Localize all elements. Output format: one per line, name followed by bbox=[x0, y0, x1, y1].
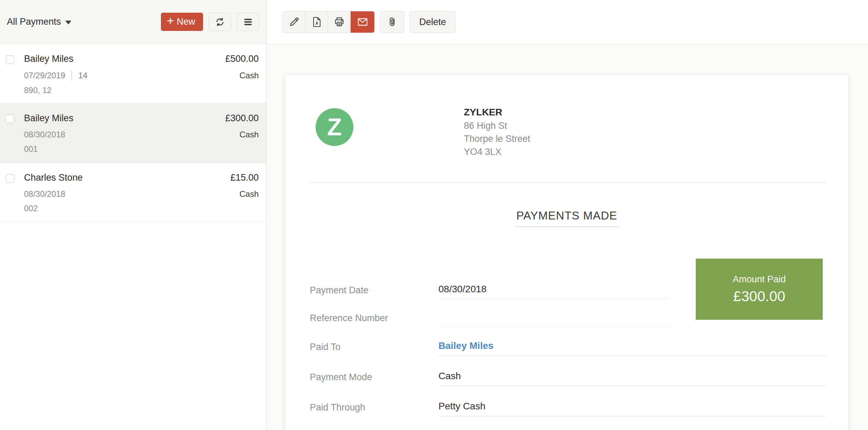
company-address-line: Thorpe le Street bbox=[464, 132, 530, 145]
pdf-icon bbox=[310, 16, 323, 28]
field-value: 08/30/2018 bbox=[438, 280, 670, 299]
payee-name: Bailey Miles bbox=[24, 113, 73, 124]
delete-button[interactable]: Delete bbox=[410, 11, 456, 33]
document-title-wrap: PAYMENTS MADE bbox=[285, 209, 848, 227]
row-line-2: 08/30/2018 Cash bbox=[24, 189, 259, 199]
payment-date: 08/30/2018 bbox=[24, 189, 65, 199]
list-header: All Payments + New bbox=[0, 0, 266, 44]
payment-reference: 002 bbox=[24, 204, 259, 213]
delete-button-label: Delete bbox=[419, 17, 446, 27]
pencil-icon bbox=[288, 16, 300, 28]
edit-button[interactable] bbox=[283, 11, 305, 33]
field-value bbox=[438, 308, 670, 327]
field-value: Petty Cash bbox=[438, 397, 826, 416]
row-line-1: Bailey Miles £500.00 bbox=[24, 54, 259, 64]
field-paid-to: Paid To Bailey Miles bbox=[310, 337, 826, 356]
row-checkbox[interactable] bbox=[5, 115, 14, 123]
payment-document: Z ZYLKER 86 High St Thorpe le Street YO4… bbox=[285, 75, 848, 430]
payment-amount: £300.00 bbox=[225, 113, 259, 124]
payment-mode: Cash bbox=[239, 71, 259, 80]
payment-amount: £500.00 bbox=[225, 54, 259, 64]
menu-icon bbox=[242, 16, 254, 28]
payment-detail-panel: Delete Z ZYLKER 86 High St Thorpe le Str… bbox=[267, 0, 868, 430]
field-label: Reference Number bbox=[310, 313, 388, 324]
field-label: Paid To bbox=[310, 342, 341, 352]
company-block: ZYLKER 86 High St Thorpe le Street YO4 3… bbox=[464, 105, 530, 158]
field-value: Cash bbox=[438, 367, 826, 386]
payee-name: Charles Stone bbox=[24, 172, 83, 183]
print-button[interactable] bbox=[328, 11, 351, 33]
list-menu-button[interactable] bbox=[236, 13, 259, 31]
row-checkbox[interactable] bbox=[5, 55, 14, 64]
field-label: Paid Through bbox=[310, 402, 365, 413]
payment-badge: 14 bbox=[78, 71, 87, 80]
date-badge-divider bbox=[71, 70, 72, 81]
payment-mode: Cash bbox=[239, 130, 259, 139]
payment-list-item[interactable]: Charles Stone £15.00 08/30/2018 Cash 002 bbox=[0, 163, 266, 222]
field-label: Payment Date bbox=[310, 285, 368, 296]
payment-date: 07/29/2019 bbox=[24, 71, 65, 80]
refresh-icon bbox=[214, 16, 226, 28]
payments-app: All Payments + New bbox=[0, 0, 868, 430]
field-payment-date: Payment Date 08/30/2018 bbox=[310, 280, 826, 299]
company-address-line: YO4 3LX bbox=[464, 145, 530, 158]
payment-reference: 001 bbox=[24, 144, 259, 154]
field-paid-through: Paid Through Petty Cash bbox=[310, 397, 826, 416]
pdf-button[interactable] bbox=[305, 11, 328, 33]
payment-amount: £15.00 bbox=[230, 172, 259, 183]
row-line-2: 07/29/2019 14 Cash bbox=[24, 70, 259, 81]
document-title: PAYMENTS MADE bbox=[515, 209, 619, 227]
company-name: ZYLKER bbox=[464, 105, 530, 119]
filter-label: All Payments bbox=[7, 16, 61, 27]
toolbar-button-group bbox=[282, 11, 375, 33]
detail-toolbar: Delete bbox=[267, 0, 868, 44]
attachment-button[interactable] bbox=[380, 11, 404, 33]
field-reference-number: Reference Number bbox=[310, 308, 826, 327]
payment-list-item-selected[interactable]: Bailey Miles £300.00 08/30/2018 Cash 001 bbox=[0, 103, 266, 163]
field-label: Payment Mode bbox=[310, 372, 372, 383]
row-line-1: Charles Stone £15.00 bbox=[24, 172, 259, 183]
caret-down-icon bbox=[65, 21, 71, 24]
refresh-button[interactable] bbox=[208, 13, 231, 31]
new-payment-button[interactable]: + New bbox=[161, 13, 203, 31]
plus-icon: + bbox=[167, 21, 174, 23]
payment-list-item[interactable]: Bailey Miles £500.00 07/29/2019 14 Cash … bbox=[0, 44, 266, 103]
field-payment-mode: Payment Mode Cash bbox=[310, 367, 826, 386]
paid-to-link[interactable]: Bailey Miles bbox=[438, 337, 826, 356]
row-line-2: 08/30/2018 Cash bbox=[24, 130, 259, 139]
paperclip-icon bbox=[386, 16, 398, 28]
company-logo: Z bbox=[316, 108, 353, 146]
row-line-1: Bailey Miles £300.00 bbox=[24, 113, 259, 124]
logo-letter: Z bbox=[327, 113, 342, 141]
header-divider bbox=[310, 183, 826, 183]
payment-date: 08/30/2018 bbox=[24, 130, 65, 139]
payee-name: Bailey Miles bbox=[24, 54, 73, 64]
row-checkbox[interactable] bbox=[5, 174, 14, 183]
company-address-line: 86 High St bbox=[464, 119, 530, 132]
new-button-label: New bbox=[177, 16, 195, 27]
payments-list-panel: All Payments + New bbox=[0, 0, 267, 430]
payment-reference: 890, 12 bbox=[24, 86, 259, 95]
payment-mode: Cash bbox=[239, 189, 259, 199]
email-button[interactable] bbox=[351, 11, 374, 33]
printer-icon bbox=[333, 16, 345, 28]
envelope-icon bbox=[356, 16, 369, 28]
payments-filter-dropdown[interactable]: All Payments bbox=[7, 16, 71, 27]
detail-content-area: Z ZYLKER 86 High St Thorpe le Street YO4… bbox=[267, 45, 868, 430]
